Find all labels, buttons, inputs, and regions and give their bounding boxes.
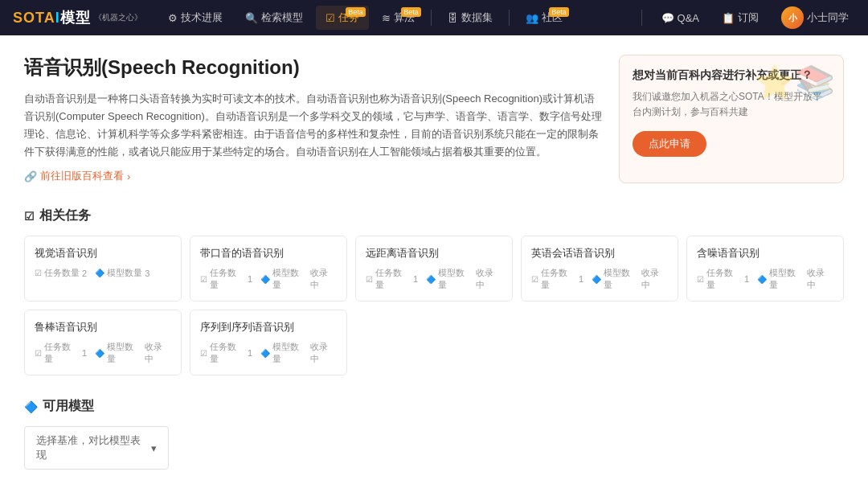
task-count-icon: ☑ — [697, 275, 704, 284]
qa-label: Q&A — [678, 12, 699, 24]
task-card-accented-speech[interactable]: 带口音的语音识别 ☑ 任务数量 1 🔷 模型数量 收录中 — [190, 236, 347, 302]
task-meta: ☑ 任务数量 1 🔷 模型数量 收录中 — [531, 267, 668, 291]
models-section-icon: 🔷 — [24, 400, 38, 413]
task-count-icon: ☑ — [35, 349, 42, 358]
page-header: 语音识别(Speech Recognition) 自动语音识别是一种将口头语音转… — [24, 55, 844, 183]
task-card-noisy-speech[interactable]: 含噪语音识别 ☑ 任务数量 1 🔷 模型数量 收录中 — [686, 236, 844, 302]
logo-sub: 《机器之心》 — [94, 12, 142, 23]
avatar: 小 — [781, 6, 804, 29]
link-label: 前往旧版百科查看 — [40, 169, 124, 183]
model-count-icon: 🔷 — [592, 275, 601, 284]
chevron-down-icon: ▾ — [151, 442, 157, 454]
logo[interactable]: SOTAI模型 《机器之心》 — [13, 8, 142, 27]
model-count-val: 收录中 — [641, 267, 668, 291]
task-count-label: 任务数量 — [706, 267, 742, 291]
task-count-icon: ☑ — [35, 269, 42, 277]
tech-icon: ⚙ — [168, 12, 178, 24]
related-tasks-section: ☑ 相关任务 视觉语音识别 ☑ 任务数量 2 🔷 模型数量 — [24, 207, 844, 375]
models-section-label: 可用模型 — [43, 398, 94, 415]
model-select-placeholder: 选择基准，对比模型表现 — [36, 433, 145, 462]
model-count-val: 收录中 — [807, 267, 833, 291]
model-count-item: 🔷 模型数量 收录中 — [426, 267, 502, 291]
empty-cell-3 — [686, 310, 844, 375]
star-decoration-icon: ⭐📚 — [755, 64, 835, 101]
task-name: 带口音的语音识别 — [200, 246, 337, 261]
nav-item-task[interactable]: ☑ 任务 Beta — [316, 6, 369, 30]
model-count-label: 模型数量 — [438, 267, 473, 291]
model-count-label: 模型数量 — [272, 341, 308, 365]
task-meta: ☑ 任务数量 1 🔷 模型数量 收录中 — [200, 341, 337, 365]
nav-subscribe[interactable]: 📋 订阅 — [715, 7, 765, 28]
task-count-label: 任务数量 — [375, 267, 411, 291]
model-count-icon: 🔷 — [95, 349, 104, 358]
task-count-label: 任务数量 — [44, 267, 80, 279]
task-count-icon: ☑ — [531, 275, 538, 284]
models-section-title: 🔷 可用模型 — [24, 398, 844, 415]
task-count-item: ☑ 任务数量 2 — [35, 267, 87, 279]
model-count-icon: 🔷 — [426, 275, 436, 284]
task-count-item: ☑ 任务数量 1 — [531, 267, 583, 291]
page-header-left: 语音识别(Speech Recognition) 自动语音识别是一种将口头语音转… — [24, 55, 603, 183]
user-menu[interactable]: 小 小士同学 — [775, 3, 855, 32]
task-name: 鲁棒语音识别 — [35, 320, 171, 334]
task-card-robust-speech[interactable]: 鲁棒语音识别 ☑ 任务数量 1 🔷 模型数量 收录中 — [24, 310, 182, 375]
task-card-visual-speech[interactable]: 视觉语音识别 ☑ 任务数量 2 🔷 模型数量 3 — [24, 236, 182, 302]
model-count-item: 🔷 模型数量 收录中 — [260, 267, 337, 291]
task-card-english-speech[interactable]: 英语会话语音识别 ☑ 任务数量 1 🔷 模型数量 收录中 — [521, 236, 678, 302]
task-icon: ☑ — [326, 12, 335, 24]
model-count-item: 🔷 模型数量 收录中 — [757, 267, 833, 291]
task-card-far-field-speech[interactable]: 远距离语音识别 ☑ 任务数量 1 🔷 模型数量 收录中 — [355, 236, 513, 302]
nav-divider-1 — [431, 10, 432, 26]
task-meta: ☑ 任务数量 1 🔷 模型数量 收录中 — [35, 341, 171, 365]
task-count-icon: ☑ — [200, 275, 207, 284]
nav-qa[interactable]: 💬 Q&A — [655, 9, 706, 27]
model-count-val: 收录中 — [476, 267, 502, 291]
nav-label-tech: 技术进展 — [181, 10, 223, 25]
model-count-item: 🔷 模型数量 收录中 — [95, 341, 171, 365]
nav-item-community[interactable]: 👥 社区 Beta — [516, 6, 572, 30]
task-count-val: 2 — [82, 269, 87, 278]
nav-item-tech[interactable]: ⚙ 技术进展 — [158, 6, 232, 30]
model-count-val: 收录中 — [310, 267, 337, 291]
page-title: 语音识别(Speech Recognition) — [24, 55, 603, 80]
task-count-item: ☑ 任务数量 1 — [35, 341, 87, 365]
task-count-label: 任务数量 — [541, 267, 576, 291]
related-tasks-title: ☑ 相关任务 — [24, 207, 844, 224]
task-grid-row1: 视觉语音识别 ☑ 任务数量 2 🔷 模型数量 3 — [24, 236, 844, 302]
model-count-label: 模型数量 — [107, 267, 142, 279]
link-icon: 🔗 — [24, 170, 37, 183]
model-count-item: 🔷 模型数量 收录中 — [592, 267, 668, 291]
task-count-val: 1 — [248, 274, 252, 284]
task-badge: Beta — [346, 7, 366, 17]
model-select-dropdown[interactable]: 选择基准，对比模型表现 ▾ — [24, 426, 169, 470]
models-section: 🔷 可用模型 选择基准，对比模型表现 ▾ — [24, 398, 844, 470]
model-count-val: 3 — [145, 269, 149, 278]
algo-icon: ≋ — [382, 12, 391, 24]
model-count-item: 🔷 模型数量 收录中 — [260, 341, 337, 365]
model-count-item: 🔷 模型数量 3 — [95, 267, 149, 279]
model-count-val: 收录中 — [310, 341, 337, 365]
nav-item-dataset[interactable]: 🗄 数据集 — [438, 6, 502, 30]
task-count-item: ☑ 任务数量 1 — [697, 267, 749, 291]
nav-item-algo[interactable]: ≋ 算法 Beta — [372, 6, 424, 30]
task-card-seq2seq-speech[interactable]: 序列到序列语音识别 ☑ 任务数量 1 🔷 模型数量 收录中 — [190, 310, 347, 375]
model-count-icon: 🔷 — [260, 275, 270, 284]
subscribe-icon: 📋 — [722, 12, 735, 24]
qa-icon: 💬 — [661, 12, 674, 24]
task-grid-row2: 鲁棒语音识别 ☑ 任务数量 1 🔷 模型数量 收录中 — [24, 310, 844, 375]
page-wiki-link[interactable]: 🔗 前往旧版百科查看 › — [24, 169, 603, 183]
task-name: 序列到序列语音识别 — [200, 320, 337, 334]
model-count-icon: 🔷 — [757, 275, 767, 284]
nav-item-search[interactable]: 🔍 检索模型 — [235, 6, 313, 30]
model-count-icon: 🔷 — [95, 269, 104, 277]
contribute-button[interactable]: 点此申请 — [633, 131, 706, 157]
main-content: 语音识别(Speech Recognition) 自动语音识别是一种将口头语音转… — [8, 35, 860, 480]
nav-label-dataset: 数据集 — [461, 10, 493, 25]
task-count-val: 1 — [579, 274, 583, 284]
task-count-label: 任务数量 — [210, 341, 245, 365]
contribute-card: 想对当前百科内容进行补充或更正？ 我们诚邀您加入机器之心SOTA！模型开放平台内… — [619, 55, 844, 183]
community-icon: 👥 — [526, 12, 538, 24]
link-arrow-icon: › — [127, 170, 130, 183]
nav-items: ⚙ 技术进展 🔍 检索模型 ☑ 任务 Beta ≋ 算法 Beta 🗄 数据集 — [158, 6, 638, 30]
algo-badge: Beta — [401, 7, 421, 17]
